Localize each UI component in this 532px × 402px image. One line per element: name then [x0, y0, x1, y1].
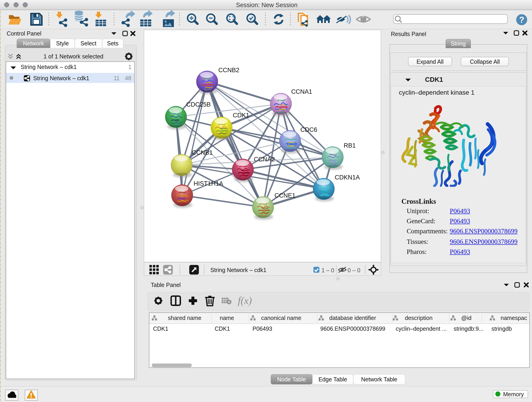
svg-text:CCNB2: CCNB2 — [218, 67, 239, 74]
svg-text:CDK1: CDK1 — [233, 112, 249, 119]
svg-text:CCNA2: CCNA2 — [254, 156, 275, 163]
svg-text:HIST1H1A: HIST1H1A — [194, 180, 223, 187]
svg-text:CCNA1: CCNA1 — [291, 88, 312, 95]
svg-text:CDC25B: CDC25B — [186, 101, 211, 108]
svg-text:RB1: RB1 — [344, 142, 356, 149]
svg-text:CDKN1A: CDKN1A — [335, 174, 360, 181]
svg-text:CDC6: CDC6 — [300, 126, 317, 133]
svg-text:CCNE1: CCNE1 — [274, 192, 296, 199]
svg-text:CCNB1: CCNB1 — [192, 149, 213, 156]
